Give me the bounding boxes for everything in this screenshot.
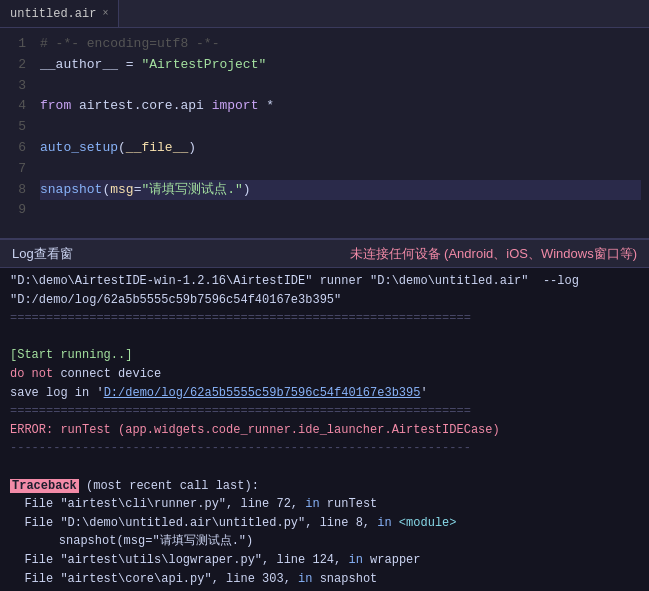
code-line-2: __author__ = "AirtestProject" [40, 55, 641, 76]
log-panel-header: Log查看窗 未连接任何设备 (Android、iOS、Windows窗口等) [0, 240, 649, 268]
code-line-6: auto_setup(__file__) [40, 138, 641, 159]
code-editor: 1 2 3 4 5 6 7 8 9 # -*- encoding=utf8 -*… [0, 28, 649, 238]
log-file2: File "D:\demo\untitled.air\untitled.py",… [10, 514, 639, 533]
tab-close-icon[interactable]: × [102, 8, 108, 19]
editor-tab[interactable]: untitled.air × [0, 0, 119, 27]
log-blank2 [10, 458, 639, 477]
log-content[interactable]: "D:\demo\AirtestIDE-win-1.2.16\AirtestID… [0, 268, 649, 591]
log-error-line: ERROR: runTest (app.widgets.code_runner.… [10, 421, 639, 440]
log-file4: File "airtest\core\api.py", line 303, in… [10, 570, 639, 589]
code-line-7 [40, 159, 641, 180]
code-line-1: # -*- encoding=utf8 -*- [40, 34, 641, 55]
code-line-4: from airtest.core.api import * [40, 96, 641, 117]
tab-label: untitled.air [10, 7, 96, 21]
code-line-8: snapshot(msg="请填写测试点.") [40, 180, 641, 201]
code-lines[interactable]: # -*- encoding=utf8 -*- __author__ = "Ai… [32, 28, 649, 238]
log-blank1 [10, 328, 639, 347]
log-divider1: ========================================… [10, 309, 639, 328]
log-start-line: [Start running..] [10, 346, 639, 365]
log-panel-warning: 未连接任何设备 (Android、iOS、Windows窗口等) [350, 245, 638, 263]
log-file1: File "airtest\cli\runner.py", line 72, i… [10, 495, 639, 514]
line-numbers: 1 2 3 4 5 6 7 8 9 [0, 28, 32, 238]
log-cmd-line1: "D:\demo\AirtestIDE-win-1.2.16\AirtestID… [10, 272, 639, 291]
code-line-5 [40, 117, 641, 138]
log-do-not-line: do not connect device [10, 365, 639, 384]
log-file3: File "airtest\utils\logwraper.py", line … [10, 551, 639, 570]
log-traceback-line: Traceback (most recent call last): [10, 477, 639, 496]
code-line-3 [40, 76, 641, 97]
log-panel-title: Log查看窗 [12, 245, 73, 263]
log-save-line: save log in 'D:/demo/log/62a5b5555c59b75… [10, 384, 639, 403]
log-cmd-line2: "D:/demo/log/62a5b5555c59b7596c54f40167e… [10, 291, 639, 310]
code-line-9 [40, 200, 641, 221]
log-divider3: ----------------------------------------… [10, 439, 639, 458]
log-snapshot1: snapshot(msg="请填写测试点.") [10, 532, 639, 551]
log-divider2: ========================================… [10, 402, 639, 421]
tab-bar: untitled.air × [0, 0, 649, 28]
